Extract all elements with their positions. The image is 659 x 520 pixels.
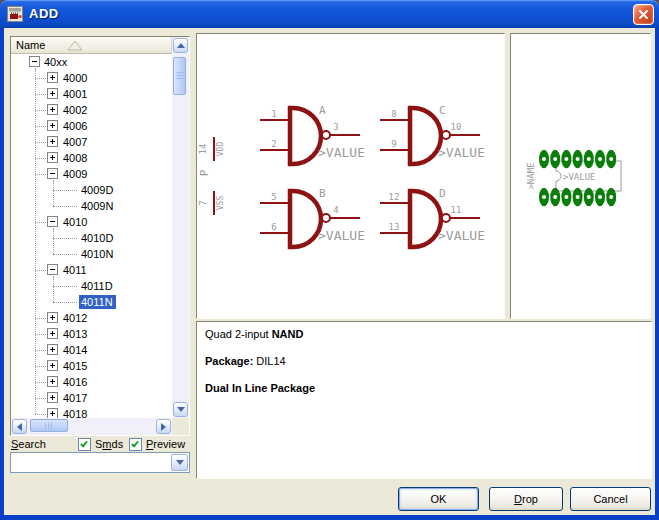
tree-item-label[interactable]: 4009D xyxy=(79,183,116,197)
package-preview-panel: >NAME>VALUE xyxy=(510,33,651,319)
collapse-icon[interactable] xyxy=(47,216,58,227)
tree-item-4011D[interactable]: 4011D xyxy=(11,278,172,294)
tree-item-label[interactable]: 4010N xyxy=(79,247,116,261)
svg-text:>VALUE: >VALUE xyxy=(438,145,485,160)
smds-checkbox[interactable] xyxy=(78,438,91,451)
collapse-icon[interactable] xyxy=(29,56,40,67)
vertical-scroll-thumb[interactable] xyxy=(173,57,186,95)
drop-button[interactable]: Drop xyxy=(489,487,563,511)
expand-icon[interactable] xyxy=(47,88,58,99)
tree-item-4015[interactable]: 4015 xyxy=(11,358,172,374)
sort-ascending-icon xyxy=(66,40,83,51)
expand-icon[interactable] xyxy=(47,344,58,355)
tree-item-label[interactable]: 4000 xyxy=(61,71,90,85)
svg-text:5: 5 xyxy=(271,192,276,202)
library-tree[interactable]: 40xx40004001400240064007400840094009D400… xyxy=(11,54,172,418)
svg-text:>VALUE: >VALUE xyxy=(438,228,485,243)
tree-item-label[interactable]: 4014 xyxy=(61,343,90,357)
tree-item-4009D[interactable]: 4009D xyxy=(11,182,172,198)
expand-icon[interactable] xyxy=(47,376,58,387)
svg-text:D: D xyxy=(439,187,446,200)
expand-icon[interactable] xyxy=(47,408,58,418)
symbol-preview: 123A>VALUE564B>VALUE8910C>VALUE121311D>V… xyxy=(197,34,504,318)
tree-item-label[interactable]: 4001 xyxy=(61,87,90,101)
tree-item-4010D[interactable]: 4010D xyxy=(11,230,172,246)
search-input[interactable] xyxy=(13,455,168,470)
tree-item-4013[interactable]: 4013 xyxy=(11,326,172,342)
arrow-down-icon xyxy=(177,407,185,416)
scroll-down-button[interactable] xyxy=(173,402,188,417)
tree-item-4000[interactable]: 4000 xyxy=(11,70,172,86)
close-button[interactable] xyxy=(633,4,654,25)
expand-icon[interactable] xyxy=(47,360,58,371)
tree-item-label[interactable]: 4011D xyxy=(79,279,116,293)
tree-item-label[interactable]: 4006 xyxy=(61,119,90,133)
collapse-icon[interactable] xyxy=(47,264,58,275)
svg-text:14: 14 xyxy=(198,144,208,155)
tree-horizontal-scrollbar[interactable] xyxy=(11,418,172,435)
svg-text:VDD: VDD xyxy=(216,142,225,157)
tree-item-4017[interactable]: 4017 xyxy=(11,390,172,406)
tree-item-4008[interactable]: 4008 xyxy=(11,150,172,166)
expand-icon[interactable] xyxy=(47,152,58,163)
preview-checkbox[interactable] xyxy=(129,438,142,451)
svg-text:A: A xyxy=(319,104,326,117)
tree-item-4002[interactable]: 4002 xyxy=(11,102,172,118)
tree-item-label[interactable]: 4012 xyxy=(61,311,90,325)
tree-item-4011N[interactable]: 4011N xyxy=(11,294,172,310)
expand-icon[interactable] xyxy=(47,104,58,115)
ok-button[interactable]: OK xyxy=(398,487,479,511)
tree-item-label[interactable]: 4016 xyxy=(61,375,90,389)
tree-vertical-scrollbar[interactable] xyxy=(172,37,189,418)
tree-item-4010N[interactable]: 4010N xyxy=(11,246,172,262)
scroll-right-button[interactable] xyxy=(156,419,171,434)
tree-item-4001[interactable]: 4001 xyxy=(11,86,172,102)
description-line: Package: DIL14 xyxy=(205,355,643,367)
expand-icon[interactable] xyxy=(47,136,58,147)
tree-item-40xx[interactable]: 40xx xyxy=(11,54,172,70)
tree-column-header[interactable]: Name xyxy=(11,37,172,54)
expand-icon[interactable] xyxy=(47,72,58,83)
expand-icon[interactable] xyxy=(47,328,58,339)
tree-item-4011[interactable]: 4011 xyxy=(11,262,172,278)
tree-item-4006[interactable]: 4006 xyxy=(11,118,172,134)
tree-item-label[interactable]: 4015 xyxy=(61,359,90,373)
expand-icon[interactable] xyxy=(47,312,58,323)
smds-label[interactable]: Smds xyxy=(95,438,123,450)
tree-item-label[interactable]: 4008 xyxy=(61,151,90,165)
tree-item-4018[interactable]: 4018 xyxy=(11,406,172,418)
scroll-left-button[interactable] xyxy=(12,419,27,434)
tree-item-4016[interactable]: 4016 xyxy=(11,374,172,390)
tree-item-label[interactable]: 4009 xyxy=(61,167,90,181)
combo-drop-button[interactable] xyxy=(171,454,188,471)
tree-item-4014[interactable]: 4014 xyxy=(11,342,172,358)
tree-item-4010[interactable]: 4010 xyxy=(11,214,172,230)
tree-item-4007[interactable]: 4007 xyxy=(11,134,172,150)
tree-item-label[interactable]: 4018 xyxy=(61,407,90,418)
tree-item-label[interactable]: 4002 xyxy=(61,103,90,117)
arrow-left-icon xyxy=(13,423,22,431)
tree-item-label[interactable]: 4007 xyxy=(61,135,90,149)
collapse-icon[interactable] xyxy=(47,168,58,179)
svg-text:>VALUE: >VALUE xyxy=(318,145,365,160)
tree-item-4012[interactable]: 4012 xyxy=(11,310,172,326)
expand-icon[interactable] xyxy=(47,120,58,131)
tree-item-label[interactable]: 4013 xyxy=(61,327,90,341)
tree-item-label[interactable]: 4011 xyxy=(61,263,90,277)
description-line: Dual In Line Package xyxy=(205,382,643,394)
cancel-button[interactable]: Cancel xyxy=(570,487,651,511)
horizontal-scroll-thumb[interactable] xyxy=(30,419,68,432)
scroll-up-button[interactable] xyxy=(173,38,188,53)
tree-item-label[interactable]: 4017 xyxy=(61,391,90,405)
preview-label[interactable]: Preview xyxy=(146,438,185,450)
tree-item-label[interactable]: 40xx xyxy=(42,55,70,69)
svg-text:8: 8 xyxy=(391,109,396,119)
tree-item-4009N[interactable]: 4009N xyxy=(11,198,172,214)
tree-item-label[interactable]: 4011N xyxy=(79,295,116,309)
tree-item-label[interactable]: 4010D xyxy=(79,231,116,245)
tree-item-label[interactable]: 4010 xyxy=(61,215,90,229)
expand-icon[interactable] xyxy=(47,392,58,403)
tree-item-label[interactable]: 4009N xyxy=(79,199,116,213)
svg-text:2: 2 xyxy=(271,139,276,149)
tree-item-4009[interactable]: 4009 xyxy=(11,166,172,182)
